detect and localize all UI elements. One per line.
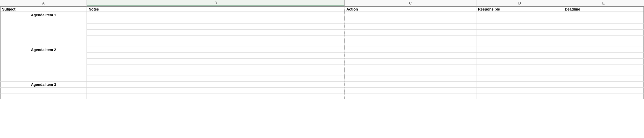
table-row: Agenda Item 2 <box>0 18 644 82</box>
table-row <box>87 47 644 53</box>
cell-notes[interactable] <box>87 82 345 87</box>
cell-deadline[interactable] <box>563 64 644 70</box>
subject-agenda-2[interactable]: Agenda Item 2 <box>0 18 87 82</box>
cell-responsible[interactable] <box>476 82 563 87</box>
table-row <box>87 24 644 29</box>
cell-notes[interactable] <box>87 76 345 82</box>
cell-deadline[interactable] <box>563 53 644 58</box>
cell-action[interactable] <box>345 12 476 18</box>
header-notes[interactable]: Notes <box>87 6 345 12</box>
cell-deadline[interactable] <box>563 93 644 99</box>
table-row <box>87 53 644 58</box>
cell-action[interactable] <box>345 18 476 24</box>
cell-notes[interactable] <box>87 29 345 35</box>
cell-action[interactable] <box>345 53 476 58</box>
cell-notes[interactable] <box>87 64 345 70</box>
cell-deadline[interactable] <box>563 18 644 24</box>
cell-action[interactable] <box>345 41 476 47</box>
cell-action[interactable] <box>345 82 476 87</box>
cell-deadline[interactable] <box>563 24 644 29</box>
cell-action[interactable] <box>345 24 476 29</box>
column-letters-row: A B C D E <box>0 0 644 6</box>
cell-responsible[interactable] <box>476 87 563 93</box>
cell-deadline[interactable] <box>563 82 644 87</box>
cell-responsible[interactable] <box>476 64 563 70</box>
cell-responsible[interactable] <box>476 76 563 82</box>
header-deadline[interactable]: Deadline <box>563 6 644 12</box>
col-letter-a[interactable]: A <box>0 0 87 6</box>
cell-notes[interactable] <box>87 53 345 58</box>
cell-action[interactable] <box>345 35 476 41</box>
cell-subject[interactable] <box>0 87 87 93</box>
subject-agenda-1[interactable]: Agenda Item 1 <box>0 12 87 18</box>
cell-deadline[interactable] <box>563 58 644 64</box>
header-row: Subject Notes Action Responsible Deadlin… <box>0 6 644 12</box>
cell-notes[interactable] <box>87 12 345 18</box>
cell-deadline[interactable] <box>563 41 644 47</box>
header-subject[interactable]: Subject <box>0 6 87 12</box>
cell-responsible[interactable] <box>476 29 563 35</box>
cell-action[interactable] <box>345 29 476 35</box>
spreadsheet: A B C D E Subject Notes Action Responsib… <box>0 0 644 99</box>
subject-agenda-3[interactable]: Agenda Item 3 <box>0 82 87 87</box>
table-row <box>0 87 644 93</box>
cell-action[interactable] <box>345 93 476 99</box>
cell-responsible[interactable] <box>476 24 563 29</box>
cell-notes[interactable] <box>87 47 345 53</box>
cell-responsible[interactable] <box>476 41 563 47</box>
table-row: Agenda Item 3 <box>0 82 644 87</box>
col-letter-c[interactable]: C <box>345 0 476 6</box>
cell-notes[interactable] <box>87 93 345 99</box>
cell-notes[interactable] <box>87 18 345 24</box>
table-row <box>87 70 644 76</box>
cell-deadline[interactable] <box>563 76 644 82</box>
cell-notes[interactable] <box>87 24 345 29</box>
table-row <box>87 35 644 41</box>
col-letter-d[interactable]: D <box>476 0 563 6</box>
cell-action[interactable] <box>345 64 476 70</box>
cell-notes[interactable] <box>87 87 345 93</box>
col-letter-b[interactable]: B <box>87 0 345 6</box>
cell-deadline[interactable] <box>563 70 644 76</box>
table-row <box>87 18 644 24</box>
table-row <box>87 41 644 47</box>
header-action[interactable]: Action <box>345 6 476 12</box>
cell-responsible[interactable] <box>476 53 563 58</box>
cell-action[interactable] <box>345 70 476 76</box>
table-row <box>0 93 644 99</box>
table-row <box>87 64 644 70</box>
cell-notes[interactable] <box>87 70 345 76</box>
cell-responsible[interactable] <box>476 18 563 24</box>
cell-action[interactable] <box>345 58 476 64</box>
cell-responsible[interactable] <box>476 12 563 18</box>
cell-notes[interactable] <box>87 58 345 64</box>
cell-deadline[interactable] <box>563 35 644 41</box>
cell-deadline[interactable] <box>563 87 644 93</box>
table-row <box>87 58 644 64</box>
cell-action[interactable] <box>345 47 476 53</box>
cell-responsible[interactable] <box>476 35 563 41</box>
table-row: Agenda Item 1 <box>0 12 644 18</box>
table-row <box>87 76 644 82</box>
cell-responsible[interactable] <box>476 58 563 64</box>
cell-subject[interactable] <box>0 93 87 99</box>
table-row <box>87 29 644 35</box>
cell-notes[interactable] <box>87 41 345 47</box>
cell-responsible[interactable] <box>476 47 563 53</box>
header-responsible[interactable]: Responsible <box>476 6 563 12</box>
cell-action[interactable] <box>345 76 476 82</box>
cell-action[interactable] <box>345 87 476 93</box>
cell-deadline[interactable] <box>563 47 644 53</box>
cell-notes[interactable] <box>87 35 345 41</box>
cell-deadline[interactable] <box>563 29 644 35</box>
cell-responsible[interactable] <box>476 70 563 76</box>
cell-deadline[interactable] <box>563 12 644 18</box>
cell-responsible[interactable] <box>476 93 563 99</box>
col-letter-e[interactable]: E <box>563 0 644 6</box>
